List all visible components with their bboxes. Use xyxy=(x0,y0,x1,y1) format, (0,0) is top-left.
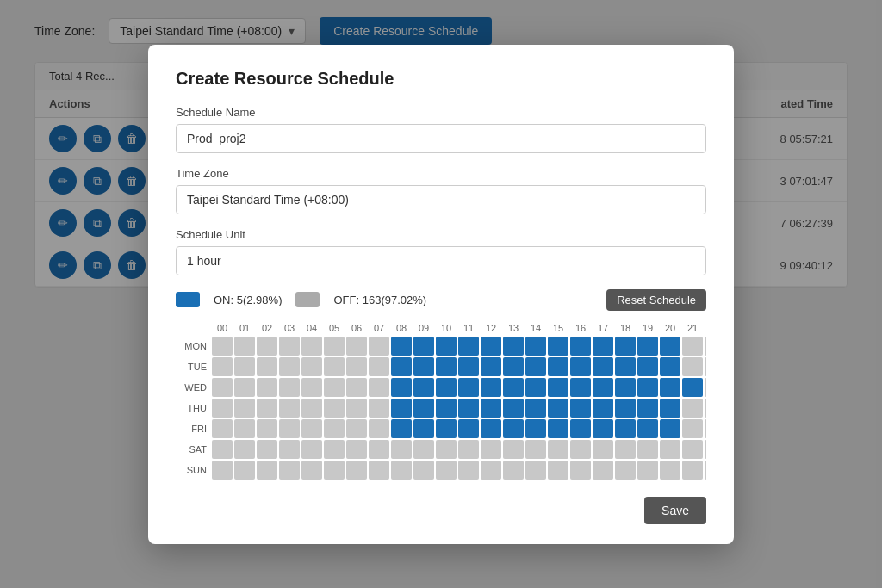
schedule-cell[interactable] xyxy=(525,378,546,397)
schedule-cell[interactable] xyxy=(481,440,501,459)
schedule-cell[interactable] xyxy=(301,357,322,376)
schedule-cell[interactable] xyxy=(234,337,255,356)
schedule-cell[interactable] xyxy=(346,440,367,459)
schedule-cell[interactable] xyxy=(570,378,591,397)
schedule-cell[interactable] xyxy=(481,357,501,376)
schedule-cell[interactable] xyxy=(279,419,300,438)
schedule-cell[interactable] xyxy=(436,378,457,397)
schedule-cell[interactable] xyxy=(212,440,233,459)
schedule-cell[interactable] xyxy=(615,399,636,418)
schedule-cell[interactable] xyxy=(346,337,367,356)
schedule-cell[interactable] xyxy=(593,357,613,376)
schedule-cell[interactable] xyxy=(346,357,367,376)
schedule-cell[interactable] xyxy=(234,461,255,480)
schedule-cell[interactable] xyxy=(682,440,703,459)
schedule-cell[interactable] xyxy=(212,357,233,376)
schedule-cell[interactable] xyxy=(413,337,434,356)
schedule-cell[interactable] xyxy=(369,399,389,418)
schedule-cell[interactable] xyxy=(593,378,613,397)
schedule-cell[interactable] xyxy=(682,419,703,438)
schedule-cell[interactable] xyxy=(257,440,277,459)
schedule-cell[interactable] xyxy=(660,378,680,397)
schedule-cell[interactable] xyxy=(615,378,636,397)
schedule-cell[interactable] xyxy=(481,461,501,480)
schedule-cell[interactable] xyxy=(436,357,457,376)
schedule-cell[interactable] xyxy=(436,337,457,356)
schedule-cell[interactable] xyxy=(413,419,434,438)
schedule-cell[interactable] xyxy=(458,378,479,397)
reset-schedule-button[interactable]: Reset Schedule xyxy=(606,289,706,311)
schedule-cell[interactable] xyxy=(570,461,591,480)
schedule-cell[interactable] xyxy=(369,337,389,356)
schedule-cell[interactable] xyxy=(682,378,703,397)
schedule-cell[interactable] xyxy=(301,378,322,397)
schedule-cell[interactable] xyxy=(548,337,568,356)
schedule-cell[interactable] xyxy=(593,337,613,356)
schedule-cell[interactable] xyxy=(660,337,680,356)
schedule-cell[interactable] xyxy=(637,378,658,397)
schedule-cell[interactable] xyxy=(503,399,524,418)
schedule-cell[interactable] xyxy=(212,419,233,438)
schedule-cell[interactable] xyxy=(257,399,277,418)
schedule-cell[interactable] xyxy=(615,461,636,480)
schedule-cell[interactable] xyxy=(525,419,546,438)
schedule-cell[interactable] xyxy=(391,357,412,376)
schedule-cell[interactable] xyxy=(257,337,277,356)
schedule-cell[interactable] xyxy=(660,440,680,459)
schedule-cell[interactable] xyxy=(458,337,479,356)
schedule-cell[interactable] xyxy=(637,357,658,376)
schedule-cell[interactable] xyxy=(301,440,322,459)
schedule-cell[interactable] xyxy=(436,461,457,480)
schedule-cell[interactable] xyxy=(391,378,412,397)
schedule-cell[interactable] xyxy=(481,399,501,418)
schedule-cell[interactable] xyxy=(413,357,434,376)
modal-overlay[interactable]: Create Resource Schedule Schedule Name T… xyxy=(0,0,882,588)
schedule-cell[interactable] xyxy=(615,357,636,376)
schedule-cell[interactable] xyxy=(391,461,412,480)
schedule-unit-input[interactable] xyxy=(176,246,706,275)
schedule-cell[interactable] xyxy=(705,399,706,418)
schedule-cell[interactable] xyxy=(324,357,345,376)
schedule-cell[interactable] xyxy=(436,440,457,459)
schedule-cell[interactable] xyxy=(660,357,680,376)
schedule-cell[interactable] xyxy=(369,419,389,438)
schedule-cell[interactable] xyxy=(413,440,434,459)
schedule-cell[interactable] xyxy=(570,357,591,376)
schedule-cell[interactable] xyxy=(503,419,524,438)
schedule-cell[interactable] xyxy=(637,399,658,418)
schedule-cell[interactable] xyxy=(548,440,568,459)
schedule-cell[interactable] xyxy=(324,461,345,480)
schedule-cell[interactable] xyxy=(682,461,703,480)
schedule-cell[interactable] xyxy=(234,419,255,438)
schedule-cell[interactable] xyxy=(301,337,322,356)
schedule-cell[interactable] xyxy=(458,419,479,438)
schedule-cell[interactable] xyxy=(682,357,703,376)
schedule-cell[interactable] xyxy=(615,419,636,438)
schedule-cell[interactable] xyxy=(212,399,233,418)
schedule-cell[interactable] xyxy=(593,399,613,418)
schedule-cell[interactable] xyxy=(682,337,703,356)
schedule-cell[interactable] xyxy=(212,461,233,480)
schedule-cell[interactable] xyxy=(413,399,434,418)
schedule-cell[interactable] xyxy=(458,357,479,376)
schedule-cell[interactable] xyxy=(324,419,345,438)
save-button[interactable]: Save xyxy=(644,497,706,524)
schedule-cell[interactable] xyxy=(503,337,524,356)
schedule-cell[interactable] xyxy=(503,378,524,397)
schedule-cell[interactable] xyxy=(391,337,412,356)
schedule-cell[interactable] xyxy=(257,419,277,438)
schedule-cell[interactable] xyxy=(525,357,546,376)
schedule-cell[interactable] xyxy=(593,440,613,459)
schedule-cell[interactable] xyxy=(346,378,367,397)
schedule-cell[interactable] xyxy=(301,419,322,438)
schedule-cell[interactable] xyxy=(682,399,703,418)
schedule-cell[interactable] xyxy=(346,399,367,418)
schedule-cell[interactable] xyxy=(660,419,680,438)
schedule-cell[interactable] xyxy=(279,357,300,376)
schedule-cell[interactable] xyxy=(346,419,367,438)
schedule-cell[interactable] xyxy=(705,440,706,459)
schedule-cell[interactable] xyxy=(570,337,591,356)
schedule-cell[interactable] xyxy=(705,419,706,438)
schedule-cell[interactable] xyxy=(346,461,367,480)
schedule-cell[interactable] xyxy=(279,440,300,459)
